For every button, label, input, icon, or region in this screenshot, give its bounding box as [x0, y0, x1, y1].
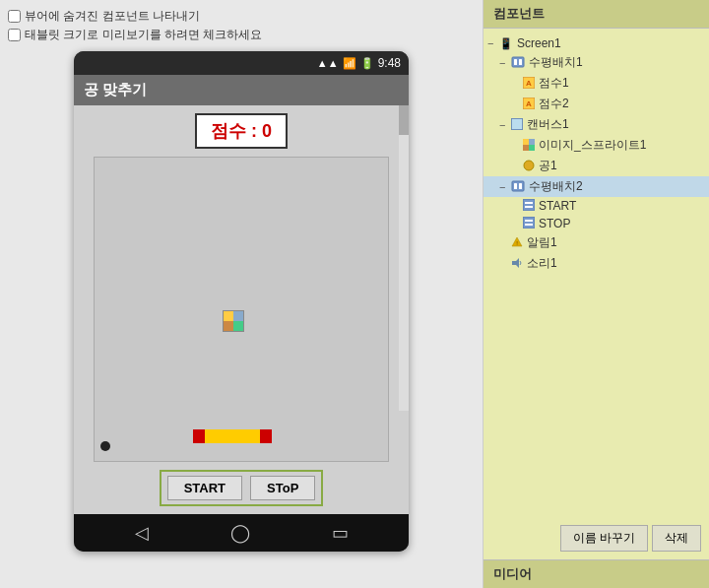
tree-icon-hori1	[511, 55, 525, 71]
svg-rect-3	[233, 321, 243, 331]
paddle-left	[193, 429, 205, 443]
tree-icon-screen1: 📱	[499, 37, 513, 50]
tree-icon-ball1	[523, 160, 535, 173]
wifi-icon: ▲▲	[317, 57, 339, 69]
tree-label-score2: 점수2	[539, 96, 569, 112]
svg-rect-21	[523, 199, 535, 211]
canvas-area[interactable]	[94, 157, 389, 462]
svg-rect-6	[519, 59, 522, 65]
component-tree: −📱Screen1−수평배치1A점수1A점수2−캔버스1이미지_스프라이트1공1…	[483, 29, 709, 517]
paddle-center	[205, 429, 260, 443]
tree-item-hori1[interactable]: −수평배치1	[483, 52, 709, 73]
tree-icon-stop_btn	[523, 217, 535, 230]
status-time: 9:48	[378, 56, 401, 70]
options-area: 뷰어에 숨겨진 컴포넌트 나타내기 태블릿 크기로 미리보기를 하려면 체크하세…	[4, 4, 479, 49]
recent-icon[interactable]: ▭	[332, 522, 349, 544]
svg-rect-24	[523, 217, 535, 229]
stop-button[interactable]: SToP	[250, 476, 315, 500]
status-icons: ▲▲ 📶 🔋	[317, 57, 374, 70]
right-panel: 컴포넌트 −📱Screen1−수평배치1A점수1A점수2−캔버스1이미지_스프라…	[483, 0, 709, 588]
svg-rect-16	[529, 145, 535, 151]
tree-icon-hori2	[511, 179, 525, 195]
home-icon[interactable]: ◯	[230, 522, 250, 544]
tree-label-score1: 점수1	[539, 75, 569, 92]
tree-item-start_btn[interactable]: START	[483, 197, 709, 215]
tree-icon-sprite1	[523, 139, 535, 153]
tree-item-stop_btn[interactable]: STOP	[483, 215, 709, 232]
tablet-preview-label: 태블릿 크기로 미리보기를 하려면 체크하세요	[25, 27, 262, 43]
tree-item-canvas1[interactable]: −캔버스1	[483, 114, 709, 135]
tree-label-sound1: 소리1	[527, 255, 557, 272]
show-hidden-option[interactable]: 뷰어에 숨겨진 컴포넌트 나타내기	[8, 8, 479, 25]
tree-item-sound1[interactable]: 소리1	[483, 253, 709, 274]
status-bar: ▲▲ 📶 🔋 9:48	[74, 51, 409, 75]
sprite-image	[223, 310, 244, 332]
left-panel: 뷰어에 숨겨진 컴포넌트 나타내기 태블릿 크기로 미리보기를 하려면 체크하세…	[0, 0, 483, 588]
tree-label-alarm1: 알림1	[527, 234, 557, 251]
canvas-wrapper	[94, 157, 389, 462]
tree-item-hori2[interactable]: −수평배치2	[483, 176, 709, 197]
svg-rect-12	[512, 119, 522, 129]
scrollbar-track[interactable]	[399, 105, 409, 411]
svg-rect-18	[512, 181, 524, 191]
svg-rect-4	[512, 57, 524, 67]
svg-rect-13	[523, 139, 529, 145]
delete-button[interactable]: 삭제	[652, 525, 701, 552]
paddle	[193, 429, 272, 443]
svg-rect-1	[233, 311, 243, 321]
tree-item-score2[interactable]: A점수2	[483, 94, 709, 114]
score-value: 0	[262, 121, 272, 141]
rename-button[interactable]: 이름 바꾸기	[560, 525, 648, 552]
battery-icon: 🔋	[360, 57, 374, 70]
tree-label-hori1: 수평배치1	[529, 54, 583, 71]
tree-label-start_btn: START	[539, 199, 576, 213]
tree-item-sprite1[interactable]: 이미지_스프라이트1	[483, 135, 709, 156]
tree-label-hori2: 수평배치2	[529, 178, 583, 195]
tree-item-score1[interactable]: A점수1	[483, 73, 709, 94]
show-hidden-label: 뷰어에 숨겨진 컴포넌트 나타내기	[25, 8, 200, 25]
paddle-right	[260, 429, 272, 443]
back-icon[interactable]: ◁	[135, 522, 149, 544]
show-hidden-checkbox[interactable]	[8, 10, 21, 23]
tree-label-sprite1: 이미지_스프라이트1	[539, 137, 646, 154]
svg-rect-2	[224, 321, 233, 331]
svg-rect-22	[525, 202, 533, 204]
tree-label-stop_btn: STOP	[539, 217, 570, 230]
start-button[interactable]: START	[167, 476, 242, 500]
toggle-icon-hori2: −	[499, 181, 509, 193]
media-footer: 미디어	[483, 559, 709, 588]
score-label: 점수 :	[211, 121, 257, 141]
tree-label-screen1: Screen1	[517, 36, 561, 50]
toggle-icon-canvas1: −	[499, 119, 509, 131]
svg-rect-5	[514, 59, 517, 65]
tree-label-ball1: 공1	[539, 158, 557, 174]
svg-rect-25	[525, 220, 533, 222]
tablet-preview-checkbox[interactable]	[8, 29, 21, 41]
score-display: 점수 : 0	[195, 113, 288, 149]
svg-rect-23	[525, 206, 533, 208]
svg-point-17	[524, 161, 534, 170]
svg-rect-14	[529, 139, 535, 145]
nav-bar: ◁ ◯ ▭	[74, 514, 409, 552]
phone-wrapper: ▲▲ 📶 🔋 9:48 공 맞추기 점수 : 0	[4, 49, 479, 584]
svg-text:A: A	[526, 99, 532, 108]
tree-icon-sound1	[511, 257, 523, 271]
signal-icon: 📶	[343, 57, 356, 70]
app-content: 점수 : 0	[74, 105, 409, 514]
tree-item-alarm1[interactable]: !알림1	[483, 232, 709, 253]
toggle-icon-hori1: −	[499, 57, 509, 69]
phone-preview: ▲▲ 📶 🔋 9:48 공 맞추기 점수 : 0	[74, 51, 409, 552]
tablet-preview-option[interactable]: 태블릿 크기로 미리보기를 하려면 체크하세요	[8, 27, 479, 43]
tree-item-screen1[interactable]: −📱Screen1	[483, 34, 709, 52]
button-row: START SToP	[160, 470, 324, 506]
tree-item-ball1[interactable]: 공1	[483, 156, 709, 176]
tree-icon-alarm1: !	[511, 236, 523, 250]
svg-rect-0	[224, 311, 233, 321]
app-titlebar: 공 맞추기	[74, 75, 409, 105]
svg-rect-19	[514, 183, 517, 189]
components-header: 컴포넌트	[483, 0, 709, 29]
bottom-buttons: 이름 바꾸기 삭제	[483, 517, 709, 559]
tree-label-canvas1: 캔버스1	[527, 116, 569, 133]
svg-rect-20	[519, 183, 522, 189]
scrollbar-thumb[interactable]	[399, 105, 409, 135]
